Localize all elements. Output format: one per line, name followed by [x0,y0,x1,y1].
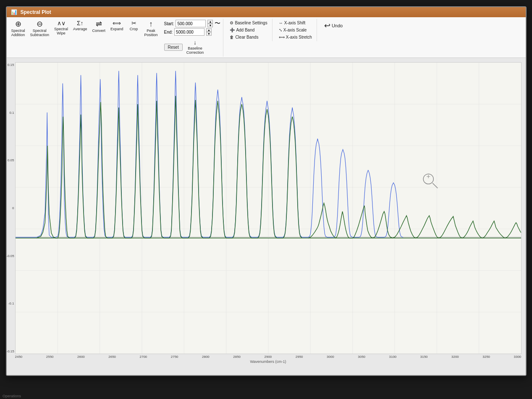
spectral-addition-icon: ⊕ [15,20,21,28]
spectral-wipe-icon: ∧∨ [57,20,66,26]
convert-icon: ⇌ [96,20,102,28]
peak-position-icon: ↑ [149,20,153,28]
xaxis-shift-label: X-axis Shift [284,21,306,25]
start-down-arrow[interactable]: ▼ [207,24,213,27]
x-label-16: 3300 [514,355,522,359]
average-label: Average [73,27,87,31]
y-axis-labels: 0.15 0.1 0.05 0 -0.05 -0.1 -0.15 [7,62,15,354]
average-button[interactable]: Σ↑ Average [71,19,89,32]
x-label-4: 2700 [140,355,147,359]
xaxis-scale-label: X-axis Scale [283,28,307,32]
undo-group: ↩ Undo [319,19,348,32]
add-band-button[interactable]: ➕ Add Band [228,27,269,33]
x-label-0: 2450 [15,355,23,359]
x-label-3: 2650 [108,355,116,359]
peak-position-label: Peak Position [144,29,158,37]
end-down-arrow[interactable]: ▼ [206,32,212,36]
y-label-1: 0.1 [7,111,15,115]
x-label-5: 2750 [171,355,178,359]
x-tick-labels: 2450 2550 2600 2650 2700 2750 2800 2850 … [15,354,522,359]
y-label-0: 0.15 [7,63,15,67]
plot-canvas[interactable] [15,62,522,354]
end-label: End: [164,30,173,34]
x-label-11: 3050 [358,355,365,359]
baseline-settings-label: Baseline Settings [235,21,267,25]
x-label-9: 2950 [296,355,303,359]
clear-bands-icon: 🗑 [230,35,234,39]
x-label-7: 2850 [233,355,241,359]
x-label-14: 3200 [451,355,459,359]
spectral-subtraction-label: Spectral Subtraction [30,29,50,37]
plot-area: 0.15 0.1 0.05 0 -0.05 -0.1 -0.15 [7,58,526,375]
window-title: Spectral Plot [21,9,51,15]
expand-label: Expand [110,27,123,31]
end-row: End: ▲ ▼ [164,28,221,36]
undo-label: Undo [332,23,343,28]
spectral-subtraction-icon: ⊖ [37,20,43,28]
x-label-15: 3250 [482,355,490,359]
end-spinner[interactable]: ▲ ▼ [206,28,212,36]
start-input[interactable] [176,20,206,27]
crop-button[interactable]: ✂ Crop [126,19,142,32]
crop-label: Crop [130,27,138,31]
add-band-label: Add Band [236,28,254,32]
baseline-settings-button[interactable]: ⚙ Baseline Settings [228,20,269,26]
add-band-icon: ➕ [230,28,235,32]
clear-bands-button[interactable]: 🗑 Clear Bands [228,34,269,40]
end-up-arrow[interactable]: ▲ [206,28,212,32]
xaxis-stretch-icon: ⟺ [279,35,285,39]
expand-button[interactable]: ⟺ Expand [108,19,126,32]
x-label-12: 3100 [389,355,397,359]
xaxis-shift-icon: ↔ [279,21,283,25]
start-row: Start: ▲ ▼ 〜 [164,20,221,27]
xaxis-scale-icon: ⤡ [279,28,282,32]
x-label-2: 2600 [77,355,85,359]
spectral-addition-button[interactable]: ⊕ Spectral Addition [9,19,27,38]
spectral-wipe-button[interactable]: ∧∨ Spectral Wipe [52,19,70,37]
xaxis-stretch-label: X-axis Stretch [286,35,312,39]
undo-button[interactable]: ↩ Undo [322,20,345,32]
y-label-4: -0.05 [7,254,15,258]
baseline-settings-icon: ⚙ [230,21,233,25]
end-input[interactable] [174,28,204,36]
undo-icon: ↩ [324,21,330,30]
operations-group: ⊕ Spectral Addition ⊖ Spectral Subtracti… [9,19,160,38]
baseline-correction-button[interactable]: ↓ Baseline Correction [184,38,206,56]
start-up-arrow[interactable]: ▲ [207,20,213,24]
spectral-subtraction-button[interactable]: ⊖ Spectral Subtraction [28,19,52,38]
baseline-icon: ↓ [194,39,197,45]
y-label-5: -0.1 [7,302,15,305]
spectrum-chart [16,63,521,354]
convert-label: Convert [92,29,105,33]
y-label-3: 0 [7,206,15,210]
operations-label: Operations [3,394,21,398]
reset-button[interactable]: Reset [164,44,183,51]
xaxis-stretch-button[interactable]: ⟺ X-axis Stretch [277,34,314,40]
x-label-13: 3150 [420,355,428,359]
y-label-6: -0.15 [7,349,15,353]
baseline-group: ⚙ Baseline Settings ➕ Add Band 🗑 Clear B… [225,19,272,41]
convert-button[interactable]: ⇌ Convert [90,19,107,34]
xaxis-scale-button[interactable]: ⤡ X-axis Scale [277,27,314,33]
average-icon: Σ↑ [77,20,84,26]
x-label-8: 2900 [265,355,272,359]
app-window: 📊 Spectral Plot ⊕ Spectral Addition ⊖ Sp… [6,6,527,376]
crop-icon: ✂ [131,20,136,26]
expand-icon: ⟺ [113,20,121,26]
range-group: Start: ▲ ▼ 〜 End: ▲ ▼ Reset ↓ [162,19,224,57]
x-axis-labels: 2450 2550 2600 2650 2700 2750 2800 2850 … [15,354,522,371]
ribbon: ⊕ Spectral Addition ⊖ Spectral Subtracti… [7,17,526,58]
clear-bands-label: Clear Bands [235,35,258,39]
start-label: Start: [164,21,174,26]
peak-position-button[interactable]: ↑ Peak Position [142,19,160,38]
x-label-10: 3000 [327,355,334,359]
start-spinner[interactable]: ▲ ▼ [207,20,213,27]
title-bar: 📊 Spectral Plot [7,7,526,17]
wave-icon: 〜 [215,20,220,27]
window-icon: 📊 [11,9,17,15]
x-label-1: 2550 [46,355,54,359]
y-label-2: 0.05 [7,158,15,162]
x-axis-title: Wavenumbers (cm-1) [15,360,522,364]
xaxis-shift-button[interactable]: ↔ X-axis Shift [277,20,314,26]
baseline-correction-label: Baseline Correction [186,46,204,55]
